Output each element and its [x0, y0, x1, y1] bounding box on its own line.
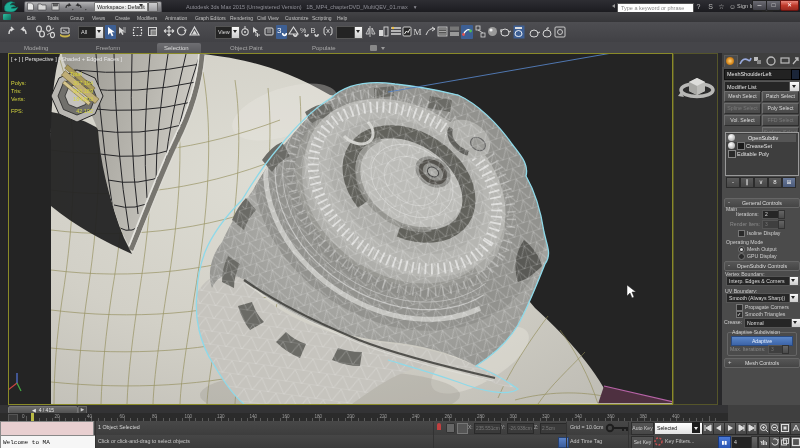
svg-text:Total: Total [70, 71, 82, 77]
svg-text:[ + ] [ Perspective ] [ Shaded: [ + ] [ Perspective ] [ Shaded + Edged F… [11, 56, 122, 62]
svg-text:184,803: 184,803 [73, 96, 93, 102]
svg-text:B: B [311, 26, 316, 35]
svg-text:42.192: 42.192 [76, 108, 93, 114]
svg-text:306,189: 306,189 [73, 88, 93, 94]
svg-text:Tris:: Tris: [11, 88, 22, 94]
svg-text:M: M [414, 27, 422, 37]
svg-text:Polys:: Polys: [11, 80, 26, 86]
svg-text:3: 3 [277, 26, 282, 35]
svg-text:FPS:: FPS: [11, 108, 24, 114]
svg-text:%: % [300, 27, 306, 34]
svg-text:Verts:: Verts: [11, 96, 26, 102]
svg-text:307,194: 307,194 [73, 80, 93, 86]
